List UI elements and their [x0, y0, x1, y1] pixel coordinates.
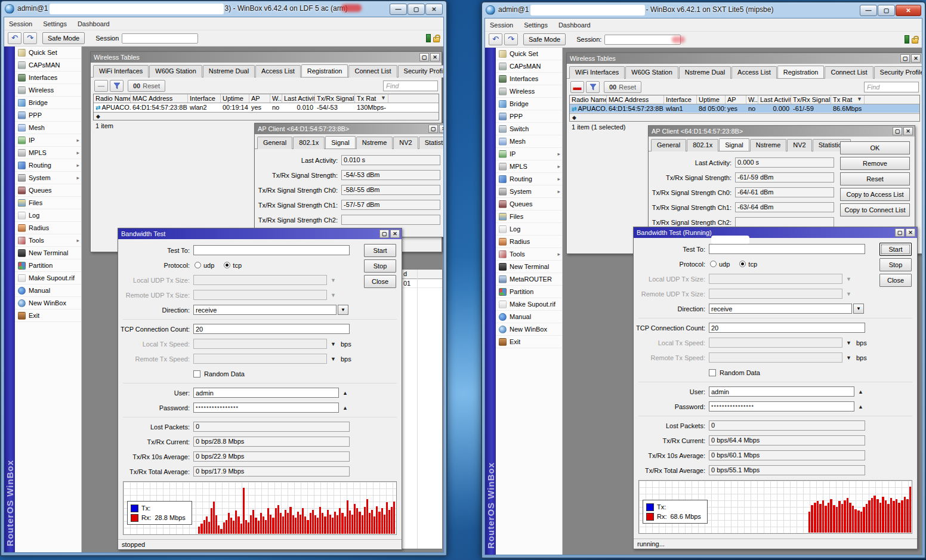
maximize-icon[interactable]: ▢: [428, 125, 438, 133]
sidebar-item[interactable]: MPLS ▸: [15, 147, 81, 159]
find-input[interactable]: [383, 81, 438, 91]
safe-mode-button[interactable]: Safe Mode: [42, 32, 85, 44]
menu-item[interactable]: Settings: [43, 20, 67, 27]
sidebar-item[interactable]: MPLS ▸: [496, 160, 562, 173]
safe-mode-button[interactable]: Safe Mode: [523, 33, 566, 45]
column-header[interactable]: Tx/Rx Signal ...: [791, 95, 831, 104]
undo-button[interactable]: ↶: [8, 32, 21, 44]
column-header[interactable]: Last Activit...: [758, 95, 791, 104]
sidebar-item[interactable]: Radius ▸: [496, 236, 562, 248]
sidebar-item[interactable]: Mesh ▸: [496, 135, 562, 148]
menu-item[interactable]: Dashboard: [78, 20, 110, 27]
counters-reset-button[interactable]: 00Reset: [128, 80, 165, 92]
tab[interactable]: Security Profiles: [398, 65, 443, 78]
sidebar-item[interactable]: Log ▸: [15, 209, 81, 222]
window-titlebar[interactable]: admin@13) - WinBox v6.42.4 on LDF 5 ac (…: [1, 1, 446, 17]
dialog-button[interactable]: OK: [840, 141, 910, 154]
session-field[interactable]: [604, 35, 681, 45]
bandwidth-test-titlebar[interactable]: Bandwidth Test ▢ ✕: [118, 228, 402, 239]
sidebar-item[interactable]: Queues ▸: [496, 198, 562, 211]
stop-button[interactable]: Stop: [879, 258, 912, 271]
tcp-count-input[interactable]: [193, 324, 350, 334]
maximize-button[interactable]: ▢: [878, 5, 895, 16]
find-input[interactable]: [864, 82, 919, 92]
sidebar-item[interactable]: Bridge ▸: [496, 98, 562, 110]
sidebar-item[interactable]: Interfaces ▸: [496, 73, 562, 85]
password-input[interactable]: [193, 403, 339, 413]
bandwidth-test-titlebar[interactable]: Bandwidth Test (Running) ▢ ✕: [634, 227, 917, 238]
tab[interactable]: Nstreme: [750, 139, 787, 151]
sidebar-item[interactable]: Tools ▸: [496, 248, 562, 261]
column-header[interactable]: Tx/Rx Signal ...: [315, 94, 355, 103]
test-to-input[interactable]: [193, 245, 350, 255]
maximize-icon[interactable]: ▢: [893, 127, 902, 135]
sidebar-item[interactable]: Switch ▸: [496, 123, 562, 135]
column-header[interactable]: Uptime: [221, 94, 249, 103]
tab[interactable]: Connect List: [825, 66, 873, 79]
menu-item[interactable]: Session: [490, 21, 513, 29]
column-header[interactable]: Tx Rat▼: [355, 94, 388, 103]
tab[interactable]: Nstreme Dual: [203, 65, 255, 78]
close-icon[interactable]: ✕: [906, 228, 915, 237]
stop-button[interactable]: Stop: [364, 259, 396, 273]
sidebar-item[interactable]: Exit ▸: [15, 310, 81, 322]
direction-dropdown-button[interactable]: ▼: [853, 304, 864, 314]
tab[interactable]: Registration: [777, 66, 825, 78]
dialog-button[interactable]: Remove: [840, 157, 910, 170]
column-header[interactable]: W...: [746, 95, 758, 104]
sidebar-item[interactable]: Files ▸: [496, 211, 562, 223]
tab[interactable]: W60G Station: [625, 66, 678, 79]
column-header[interactable]: Interface: [188, 94, 221, 103]
column-header[interactable]: W...: [270, 94, 282, 103]
tab[interactable]: Signal: [719, 138, 749, 151]
sidebar-item[interactable]: Routing ▸: [15, 159, 81, 172]
sidebar-item[interactable]: IP ▸: [15, 134, 81, 147]
tab[interactable]: Connect List: [348, 65, 397, 78]
sidebar-item[interactable]: Wireless ▸: [496, 85, 562, 98]
column-header[interactable]: Radio Name∕: [570, 95, 607, 104]
column-header[interactable]: MAC Address: [607, 95, 664, 104]
sidebar-item[interactable]: PPP ▸: [496, 110, 562, 123]
tab[interactable]: Statistics: [419, 137, 443, 149]
sidebar-item[interactable]: System ▸: [496, 185, 562, 198]
tcp-count-input[interactable]: [709, 323, 865, 333]
sidebar-item[interactable]: Manual ▸: [15, 284, 81, 297]
sidebar-item[interactable]: Routing ▸: [496, 173, 562, 185]
maximize-icon[interactable]: ▢: [895, 228, 905, 237]
sidebar-item[interactable]: Mesh ▸: [15, 122, 81, 134]
sidebar-item[interactable]: Log ▸: [496, 223, 562, 236]
spin-up-icon[interactable]: ▲: [858, 389, 863, 395]
tcp-radio[interactable]: [739, 261, 746, 267]
menu-item[interactable]: Settings: [524, 21, 548, 29]
sidebar-item[interactable]: Manual ▸: [496, 311, 562, 323]
sidebar-item[interactable]: Quick Set ▸: [496, 48, 562, 60]
tab[interactable]: Nstreme: [356, 137, 393, 149]
tab[interactable]: Access List: [731, 66, 777, 79]
direction-select[interactable]: [709, 304, 852, 314]
remove-entry-button[interactable]: —: [94, 80, 108, 92]
sidebar-item[interactable]: System ▸: [15, 172, 81, 184]
close-dialog-button[interactable]: Close: [364, 275, 396, 288]
sidebar-item[interactable]: Make Supout.rif ▸: [496, 298, 562, 311]
spin-up-icon[interactable]: ▲: [342, 405, 348, 411]
maximize-button[interactable]: ▢: [408, 4, 425, 15]
tab[interactable]: Security Profiles: [874, 66, 922, 79]
udp-radio[interactable]: [710, 261, 717, 267]
column-header[interactable]: Interface: [664, 95, 697, 104]
test-to-input[interactable]: [709, 244, 865, 254]
close-button[interactable]: ✕: [896, 5, 921, 16]
sidebar-item[interactable]: Make Supout.rif ▸: [15, 272, 81, 284]
filter-funnel-button[interactable]: [110, 80, 124, 92]
column-header[interactable]: Last Activit...: [282, 94, 315, 103]
ap-client-titlebar[interactable]: AP Client <64:D1:54:57:23:8B> ▢ ✕: [649, 126, 915, 137]
tab[interactable]: Registration: [301, 64, 348, 77]
tab[interactable]: General: [257, 137, 292, 149]
counters-reset-button[interactable]: 00Reset: [604, 81, 641, 93]
close-icon[interactable]: ✕: [390, 230, 400, 238]
horizontal-scrollbar[interactable]: ◆: [94, 112, 439, 120]
sidebar-item[interactable]: New Terminal ▸: [496, 261, 562, 273]
sidebar-item[interactable]: Partition ▸: [496, 286, 562, 298]
password-input[interactable]: [709, 401, 854, 412]
sidebar-item[interactable]: Interfaces ▸: [15, 72, 81, 84]
wireless-tables-titlebar[interactable]: Wireless Tables ▢ ✕: [91, 52, 442, 63]
